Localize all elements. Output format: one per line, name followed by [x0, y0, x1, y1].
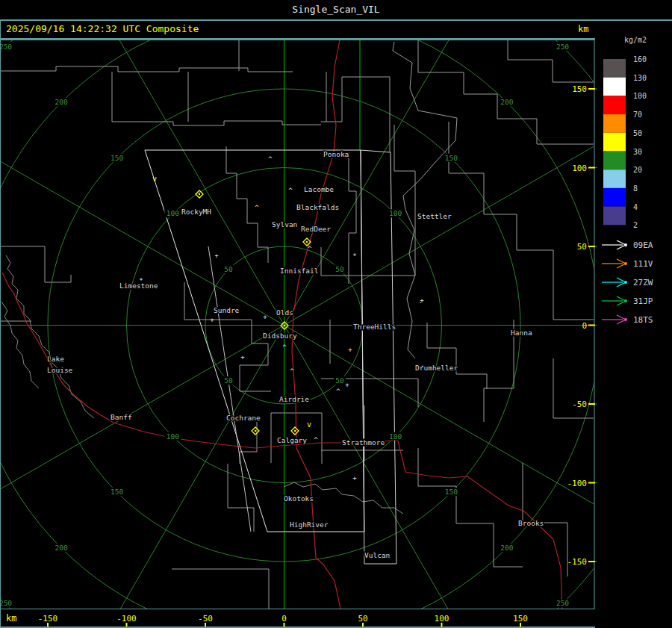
city-label: ThreeHills	[353, 323, 396, 331]
color-scale-label: 50	[633, 129, 642, 137]
ring-label: 250	[0, 43, 12, 51]
y-tick-label: 150	[572, 84, 587, 94]
azimuth-spoke	[0, 109, 284, 326]
color-swatch	[603, 78, 626, 96]
color-scale-label: 160	[633, 55, 647, 63]
x-axis: -150-100-50050100150km	[6, 613, 528, 628]
window-left-border	[0, 21, 1, 628]
storm-marker: +	[263, 313, 267, 320]
city-label: Louise	[47, 366, 73, 374]
county-boundary	[418, 40, 594, 144]
ring-label: 200	[55, 544, 68, 552]
color-scale-label: 30	[633, 148, 642, 156]
ring-label: 150	[445, 488, 458, 496]
x-axis-unit-label: km	[6, 613, 16, 624]
storm-motion-marker: v	[307, 420, 311, 429]
radar-arrow-tip	[624, 262, 627, 265]
color-scale-label: 2	[633, 221, 638, 229]
range-ring	[0, 0, 672, 628]
color-swatch	[603, 114, 626, 133]
county-boundary	[484, 320, 514, 422]
city-label: Banff	[111, 413, 132, 421]
county-boundary	[427, 323, 487, 389]
county-boundary	[508, 40, 594, 82]
y-tick-label: -150	[567, 557, 588, 567]
city-label: Blackfalds	[296, 203, 339, 211]
ring-label: 200	[500, 544, 513, 552]
radar-arrow-tip	[624, 299, 627, 302]
storm-marker: ^	[336, 388, 340, 395]
color-swatch	[603, 133, 626, 152]
azimuth-spoke	[68, 326, 284, 628]
city-label: Sylvan	[272, 220, 297, 228]
county-boundary	[172, 569, 269, 609]
city-label: Olds	[276, 308, 293, 317]
color-swatch	[603, 170, 626, 188]
park-boundary	[1, 302, 39, 388]
city-label: Hanna	[511, 329, 532, 337]
city-label: Vulcan	[364, 551, 390, 559]
city-label: Airdrie	[279, 395, 309, 403]
y-tick-label: -50	[572, 400, 587, 409]
x-tick-label: -50	[198, 614, 213, 624]
storm-marker: *	[139, 277, 143, 285]
color-swatch	[603, 152, 626, 170]
color-scale-label: 70	[633, 111, 642, 119]
storm-marker: ^	[255, 204, 259, 211]
ring-label: 200	[500, 98, 513, 106]
city-label: Calgary	[277, 436, 307, 444]
color-swatch	[603, 207, 626, 226]
county-boundary	[0, 246, 71, 282]
x-tick-label: 150	[513, 614, 528, 624]
ring-label: 100	[167, 432, 179, 441]
x-tick-label: 100	[435, 614, 449, 624]
ring-label: 150	[111, 488, 123, 496]
radar-site-dot	[284, 325, 285, 326]
color-scale-label: 4	[633, 203, 638, 211]
storm-markers: ^^^^^^^^++++++++**..	[139, 155, 424, 482]
city-label: Cochrane	[226, 414, 261, 422]
ring-label: 100	[167, 209, 179, 217]
color-scale-label: 100	[633, 92, 647, 100]
city-label: Lake	[47, 355, 64, 363]
county-boundary	[226, 146, 268, 263]
color-swatch	[603, 188, 626, 207]
storm-marker: ^	[282, 343, 287, 351]
county-boundary	[0, 66, 293, 72]
storm-marker: *	[352, 252, 356, 260]
ring-label: 150	[111, 154, 123, 162]
city-label: Okotoks	[284, 494, 314, 503]
ring-label: 100	[389, 209, 402, 217]
county-boundary	[393, 42, 457, 358]
y-tick-label: 100	[572, 164, 587, 173]
ring-label: 100	[389, 432, 402, 441]
ring-label: 50	[335, 265, 344, 273]
x-tick-label: -150	[38, 614, 58, 624]
azimuth-spoke	[68, 0, 284, 326]
radar-arrow-tip	[624, 281, 627, 284]
ring-label: 50	[224, 376, 233, 385]
county-boundary	[349, 152, 356, 284]
county-boundary	[321, 77, 390, 122]
y-tick-label: -100	[567, 479, 588, 488]
city-labels: PonokaLacombeBlackfaldsSylvanRedDeerStet…	[47, 150, 544, 559]
ring-label: 50	[224, 265, 233, 273]
azimuth-spokes	[0, 0, 672, 628]
color-scale-units: kg/m2	[624, 36, 647, 44]
map-layer: 5050505010010010010015015015015020020020…	[0, 0, 672, 628]
y-tick-label: 0	[582, 321, 587, 331]
storm-motion-marker: v	[152, 175, 157, 183]
ring-label: 150	[445, 154, 458, 162]
city-label: Didsbury	[263, 332, 297, 340]
city-label: Ponoka	[323, 150, 349, 158]
y-tick-label: 50	[577, 242, 587, 252]
color-scale-label: 130	[633, 74, 647, 82]
storm-marker: +	[240, 353, 245, 361]
radar-id-label: 31JP	[633, 296, 653, 306]
radar-site-dot	[306, 241, 308, 243]
city-label: Sundre	[214, 306, 240, 314]
radar-site-dot	[199, 193, 200, 195]
storm-marker: ^	[308, 245, 312, 252]
x-tick-label: 0	[281, 614, 287, 624]
radar-site-dot	[255, 430, 256, 432]
